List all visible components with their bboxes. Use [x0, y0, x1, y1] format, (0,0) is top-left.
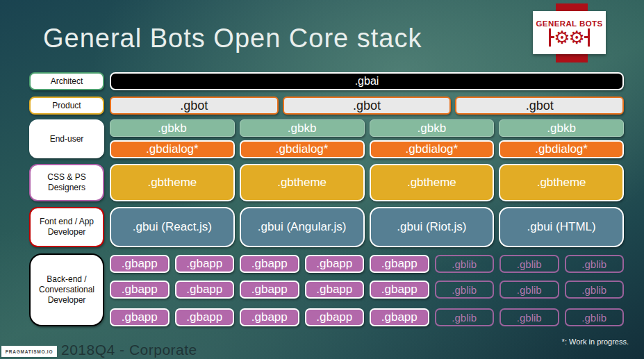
row-gbtheme: .gbtheme .gbtheme .gbtheme .gbtheme	[110, 164, 624, 201]
gbkb-box: .gbkb	[240, 119, 365, 137]
gblib-box: .gblib	[565, 281, 625, 299]
gbui-riot-box: .gbui (Riot.js)	[370, 207, 495, 247]
work-in-progress-footnote: *: Work in progress.	[562, 337, 629, 346]
gbdialog-box: .gbdialog*	[499, 140, 624, 158]
gbapp-box: .gbapp	[175, 255, 235, 273]
gbtheme-box: .gbtheme	[370, 164, 495, 201]
gbapp-box: .gbapp	[175, 281, 235, 299]
gblib-box: .gblib	[499, 308, 559, 326]
row-gbui: .gbui (React.js) .gbui (Angular.js) .gbu…	[110, 207, 624, 247]
gbapp-box: .gbapp	[305, 308, 365, 326]
gbapp-box: .gbapp	[305, 281, 365, 299]
gbui-html-box: .gbui (HTML)	[499, 207, 624, 247]
pragmatismo-logo: PRAGMATISMO.IO	[1, 346, 57, 357]
gbot-box: .gbot	[110, 97, 279, 115]
label-frontend-app-developer: Font end / App Developer	[29, 207, 104, 247]
gbkb-box: .gbkb	[499, 119, 624, 137]
gblib-box: .gblib	[565, 308, 625, 326]
row-gbai: .gbai	[110, 72, 624, 90]
gbapp-box: .gbapp	[370, 281, 429, 299]
page-title: General Bots Open Core stack	[43, 24, 422, 53]
gbai-box: .gbai	[110, 72, 624, 90]
gbapp-box: .gbapp	[305, 255, 365, 273]
row-backend-1: .gbapp .gbapp .gbapp .gbapp .gbapp .gbli…	[110, 255, 624, 273]
gbot-box: .gbot	[455, 97, 624, 115]
gear-icon: ⚙	[554, 28, 570, 47]
gbapp-box: .gbapp	[240, 255, 299, 273]
gbdialog-box: .gbdialog*	[110, 140, 235, 158]
gbot-box: .gbot	[283, 97, 452, 115]
logo-wordmark: GENERAL BOTS	[536, 19, 603, 28]
gblib-box: .gblib	[435, 281, 495, 299]
label-css-ps-designers: CSS & PS Designers	[29, 164, 104, 201]
gblib-box: .gblib	[499, 255, 559, 273]
gbapp-box: .gbapp	[240, 308, 299, 326]
label-backend-conversational-developer: Back-end / Conversational Developer	[29, 253, 104, 326]
gears-icon: ⚙ ⚙	[549, 28, 590, 47]
gbdialog-box: .gbdialog*	[240, 140, 365, 158]
gbapp-box: .gbapp	[110, 308, 170, 326]
gblib-box: .gblib	[565, 255, 625, 273]
gbtheme-box: .gbtheme	[110, 164, 235, 201]
gbdialog-box: .gbdialog*	[370, 140, 495, 158]
gblib-box: .gblib	[435, 255, 495, 273]
row-gbdialog: .gbdialog* .gbdialog* .gbdialog* .gbdial…	[110, 140, 624, 158]
gbapp-box: .gbapp	[110, 255, 170, 273]
gbtheme-box: .gbtheme	[499, 164, 624, 201]
row-gbkb: .gbkb .gbkb .gbkb .gbkb	[110, 119, 624, 137]
gblib-box: .gblib	[435, 308, 495, 326]
label-product: Product	[29, 97, 104, 115]
gbui-angular-box: .gbui (Angular.js)	[240, 207, 365, 247]
gbapp-box: .gbapp	[110, 281, 170, 299]
general-bots-logo: GENERAL BOTS ⚙ ⚙	[533, 11, 606, 54]
row-gbot: .gbot .gbot .gbot	[110, 97, 624, 115]
gear-axle-right	[588, 28, 590, 47]
slide: General Bots Open Core stack GENERAL BOT…	[0, 0, 644, 359]
label-architect: Architect	[29, 72, 104, 90]
gear-icon: ⚙	[569, 28, 585, 47]
gbkb-box: .gbkb	[370, 119, 495, 137]
footer-caption: 2018Q4 - Corporate	[61, 342, 197, 358]
gbapp-box: .gbapp	[240, 281, 299, 299]
gbui-react-box: .gbui (React.js)	[110, 207, 235, 247]
row-backend-3: .gbapp .gbapp .gbapp .gbapp .gbapp .gbli…	[110, 308, 624, 326]
gbapp-box: .gbapp	[370, 255, 429, 273]
gbtheme-box: .gbtheme	[240, 164, 365, 201]
gbapp-box: .gbapp	[175, 308, 235, 326]
label-end-user: End-user	[29, 119, 104, 158]
gbapp-box: .gbapp	[370, 308, 429, 326]
gblib-box: .gblib	[499, 281, 559, 299]
gbkb-box: .gbkb	[110, 119, 235, 137]
row-backend-2: .gbapp .gbapp .gbapp .gbapp .gbapp .gbli…	[110, 281, 624, 299]
